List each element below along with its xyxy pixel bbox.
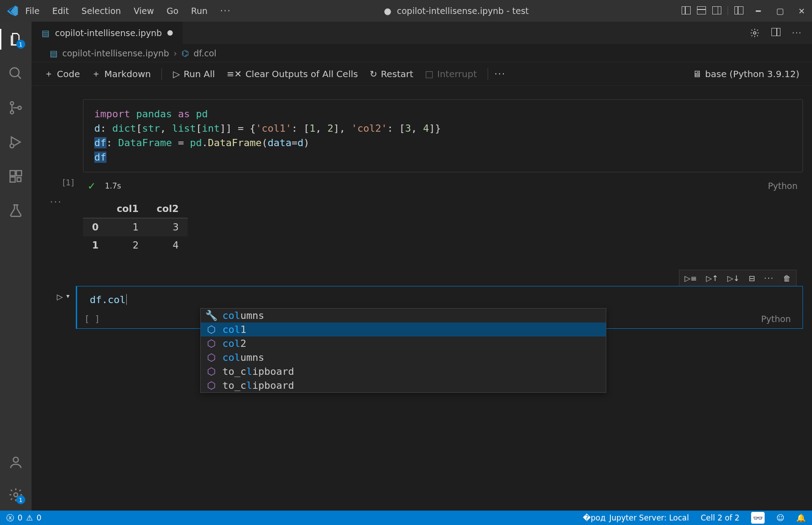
cube-icon: ⬡ [206, 380, 216, 391]
maximize-button[interactable]: ▢ [774, 6, 786, 16]
cell-language-label[interactable]: Python [761, 314, 796, 324]
interrupt-button[interactable]: □ Interrupt [420, 67, 481, 81]
suggestion-label: col1 [222, 324, 246, 335]
jupyter-server-label: Jupyter Server: Local [609, 513, 689, 522]
menu-selection[interactable]: Selection [82, 6, 121, 16]
explorer-icon[interactable]: 1 [8, 32, 23, 47]
chevron-down-icon[interactable]: ▾ [66, 292, 69, 299]
restart-button[interactable]: ↻ Restart [365, 67, 418, 81]
add-markdown-label: Markdown [104, 69, 151, 79]
cell-run-gutter: ▷ ▾ [38, 286, 69, 329]
accounts-icon[interactable] [8, 455, 23, 470]
cell-language-label[interactable]: Python [768, 181, 803, 191]
breadcrumb-file[interactable]: copilot-intellisense.ipynb [62, 48, 169, 58]
cube-icon: ⬡ [206, 352, 216, 363]
separator [488, 68, 488, 80]
add-code-cell-button[interactable]: ＋ Code [40, 66, 84, 82]
notebook-file-icon: ▤ [50, 48, 58, 58]
svg-point-0 [10, 68, 19, 77]
svg-point-2 [10, 111, 14, 114]
run-all-button[interactable]: ▷ Run All [168, 67, 219, 81]
success-check-icon: ✓ [88, 180, 96, 192]
server-icon: 🖥 [692, 69, 701, 79]
activity-bar: 1 1 [0, 22, 32, 511]
run-cell-icon[interactable]: ▷ [57, 292, 63, 301]
cube-icon: ⬡ [206, 338, 216, 349]
menu-edit[interactable]: Edit [52, 6, 69, 16]
menu-run[interactable]: Run [191, 6, 208, 16]
split-editor-icon[interactable] [771, 28, 780, 38]
suggestion-item[interactable]: 🔧 columns [201, 309, 606, 322]
separator [161, 68, 162, 80]
run-debug-icon[interactable] [8, 134, 23, 150]
kernel-picker-button[interactable]: 🖥 base (Python 3.9.12) [688, 67, 804, 81]
manage-gear-icon[interactable]: 1 [8, 487, 23, 502]
notebook-toolbar: ＋ Code ＋ Markdown ▷ Run All ≡✕ Clear Out… [32, 62, 812, 86]
plus-icon: ＋ [44, 68, 53, 80]
add-markdown-cell-button[interactable]: ＋ Markdown [87, 66, 155, 82]
output-collapse-icon[interactable]: ··· [50, 196, 62, 207]
split-cell-icon[interactable]: ⊟ [747, 272, 757, 285]
svg-rect-6 [16, 170, 21, 175]
cell-position-label: Cell 2 of 2 [701, 513, 739, 522]
svg-point-11 [753, 32, 756, 34]
notebook-settings-gear-icon[interactable] [750, 28, 760, 38]
customize-layout-icon[interactable] [734, 6, 743, 14]
warning-icon: ⚠ [26, 513, 33, 522]
testing-icon[interactable] [8, 203, 23, 218]
copilot-status-icon[interactable]: 👓 [751, 512, 765, 524]
breadcrumb[interactable]: ▤ copilot-intellisense.ipynb › ⌬ df.col [32, 44, 812, 62]
cell-gutter [38, 99, 74, 172]
explorer-badge: 1 [16, 40, 25, 49]
suggestion-item[interactable]: ⬡ col1 [201, 322, 606, 336]
symbol-field-icon: ⌬ [181, 48, 189, 58]
svg-rect-5 [10, 170, 15, 175]
toggle-primary-sidebar-icon[interactable] [682, 6, 691, 14]
toggle-panel-icon[interactable] [697, 6, 706, 14]
menu-overflow[interactable]: ··· [220, 6, 231, 16]
tab-overflow-icon[interactable]: ··· [792, 28, 802, 37]
tab-dirty-icon [167, 30, 173, 36]
clear-outputs-button[interactable]: ≡✕ Clear Outputs of All Cells [222, 67, 362, 81]
code-cell-2: ▷≡ ▷↑ ▷↓ ⊟ ··· 🗑 ▷ ▾ df.col [ ] [38, 286, 803, 329]
breadcrumb-symbol[interactable]: df.col [194, 48, 217, 58]
run-by-line-icon[interactable]: ▷≡ [683, 272, 699, 285]
run-all-label: Run All [184, 69, 215, 79]
suggestion-item[interactable]: ⬡ to_clipboard [201, 378, 606, 392]
suggestion-item[interactable]: ⬡ col2 [201, 336, 606, 350]
suggestion-item[interactable]: ⬡ to_clipboard [201, 364, 606, 378]
execute-below-icon[interactable]: ▷↓ [725, 272, 741, 285]
suggestion-item[interactable]: ⬡ columns [201, 350, 606, 364]
intellisense-suggest-widget[interactable]: 🔧 columns ⬡ col1 ⬡ col2 ⬡ columns ⬡ to_c… [200, 308, 606, 393]
tab-copilot-intellisense[interactable]: ▤ copilot-intellisense.ipynb [32, 22, 183, 44]
menu-go[interactable]: Go [166, 6, 178, 16]
notifications-bell-icon[interactable]: 🔔 [796, 513, 806, 522]
delete-cell-icon[interactable]: 🗑 [781, 272, 793, 285]
menu-view[interactable]: View [134, 6, 154, 16]
svg-point-4 [10, 144, 14, 148]
jupyter-server-status[interactable]: �род Jupyter Server: Local [583, 513, 689, 522]
chevron-right-icon: › [174, 48, 177, 58]
minimize-button[interactable]: ━ [752, 6, 764, 16]
cell-1-status: ✓ 1.7s Python [83, 180, 803, 192]
cell-more-icon[interactable]: ··· [762, 272, 776, 285]
toolbar-overflow-icon[interactable]: ··· [494, 69, 506, 79]
source-control-icon[interactable] [8, 100, 23, 115]
feedback-icon[interactable]: ☺ [776, 513, 784, 522]
cell-1-editor[interactable]: import pandas as pd d: dict[str, list[in… [83, 99, 803, 172]
search-icon[interactable] [8, 66, 23, 81]
suggestion-label: to_clipboard [222, 366, 294, 377]
notebook-body[interactable]: import pandas as pd d: dict[str, list[in… [32, 86, 812, 511]
tab-actions: ··· [750, 22, 812, 44]
problems-status[interactable]: ⓧ0 ⚠0 [6, 513, 42, 523]
cell-position-status[interactable]: Cell 2 of 2 [701, 513, 739, 522]
execute-above-icon[interactable]: ▷↑ [704, 272, 720, 285]
menu-file[interactable]: File [25, 6, 40, 16]
clear-label: Clear Outputs of All Cells [245, 69, 358, 79]
suggestion-label: columns [222, 310, 264, 321]
status-bar: ⓧ0 ⚠0 �род Jupyter Server: Local Cell 2 … [0, 511, 812, 525]
extensions-icon[interactable] [8, 169, 23, 184]
close-button[interactable]: ✕ [796, 6, 807, 16]
toggle-secondary-sidebar-icon[interactable] [712, 6, 721, 14]
error-count: 0 [18, 513, 23, 522]
